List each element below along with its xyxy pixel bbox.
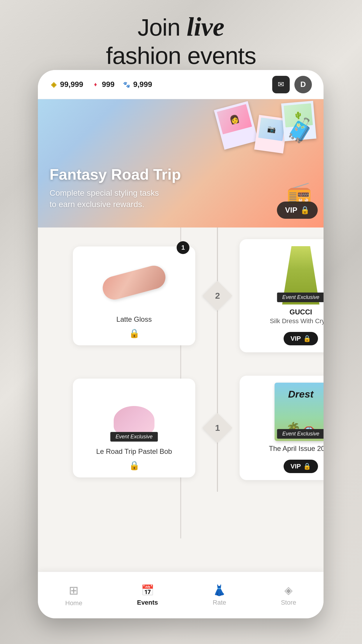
avatar-button[interactable]: D xyxy=(294,76,312,93)
gem-icon: ♦ xyxy=(92,80,100,89)
vip-label: VIP xyxy=(285,206,297,215)
lock-icon: 🔒 xyxy=(300,206,310,215)
bob-lock: 🔒 xyxy=(80,460,188,470)
magazine-lock-icon: 🔒 xyxy=(303,463,311,470)
coins-display: ◈ 99,999 xyxy=(50,80,83,89)
timeline-container: 1 Latte Gloss 🔒 2 xyxy=(38,228,324,538)
timeline-row-2: Event Exclusive Le Road Trip Pastel Bob … xyxy=(38,364,324,492)
wig-hair xyxy=(114,406,154,435)
gucci-exclusive-tag: Event Exclusive xyxy=(277,293,324,302)
vip-hero-badge[interactable]: VIP 🔒 xyxy=(277,202,318,219)
title-live: live xyxy=(187,12,224,41)
magazine-image-area: Drest 🌴🚗 Event Exclusive xyxy=(247,383,324,441)
hero-banner[interactable]: 👩 📷 🌵 🧳 📻 Fantasy Road Trip Complete spe… xyxy=(38,99,324,228)
pastel-bob-name: Le Road Trip Pastel Bob xyxy=(80,447,188,456)
events-icon: 📅 xyxy=(141,584,154,596)
timeline-right-2: 3 Drest 🌴🚗 Event Exclusive The April Iss… xyxy=(228,364,324,492)
gloss-image-area xyxy=(80,253,188,312)
step-diamond-1: 1 xyxy=(203,413,232,443)
magazine-vip-footer: VIP 🔒 xyxy=(247,456,324,473)
rate-icon: 👗 xyxy=(213,584,226,596)
gem-amount: 999 xyxy=(102,80,115,89)
ticket-amount: 9,999 xyxy=(133,80,152,89)
timeline-right-1: Event Exclusive GUCCI Silk Dress With Cr… xyxy=(228,228,324,364)
pastel-bob-card[interactable]: Event Exclusive Le Road Trip Pastel Bob … xyxy=(73,379,195,477)
mail-icon: ✉ xyxy=(278,80,284,89)
mail-button[interactable]: ✉ xyxy=(272,76,290,93)
coin-amount: 99,999 xyxy=(60,80,83,89)
gems-display: ♦ 999 xyxy=(92,80,115,89)
radio-icon: 📻 xyxy=(287,180,312,204)
tickets-display: 🐾 9,999 xyxy=(123,80,152,89)
nav-home[interactable]: ⊞ Home xyxy=(65,584,82,607)
hero-subtitle: Complete special styling tasksto earn ex… xyxy=(50,187,181,210)
header-right: ✉ D xyxy=(272,76,312,93)
polaroid-1: 👩 xyxy=(214,101,258,150)
magazine-vip-label: VIP xyxy=(291,463,301,470)
gloss-swatch xyxy=(100,263,168,302)
latte-gloss-card[interactable]: 1 Latte Gloss 🔒 xyxy=(73,246,195,345)
timeline-center-2: 1 xyxy=(207,364,228,492)
april-issue-name: The April Issue 2023 xyxy=(247,444,324,453)
timeline-left-1: 1 Latte Gloss 🔒 xyxy=(38,228,207,364)
bob-image-area: Event Exclusive xyxy=(80,386,188,444)
gucci-dress-card[interactable]: Event Exclusive GUCCI Silk Dress With Cr… xyxy=(240,239,324,352)
nav-rate[interactable]: 👗 Rate xyxy=(213,584,226,606)
store-icon: ◈ xyxy=(284,584,293,596)
gucci-lock-icon: 🔒 xyxy=(303,335,311,342)
nav-store-label: Store xyxy=(281,599,296,606)
hero-title: Fantasy Road Trip xyxy=(50,166,181,183)
timeline-left-2: Event Exclusive Le Road Trip Pastel Bob … xyxy=(38,364,207,492)
luggage-icon: 🧳 xyxy=(286,117,315,144)
step-number-2: 2 xyxy=(215,291,220,301)
bottom-nav: ⊞ Home 📅 Events 👗 Rate ◈ Store xyxy=(38,572,324,618)
nav-home-label: Home xyxy=(65,599,82,607)
magazine-exclusive-tag: Event Exclusive xyxy=(277,429,324,439)
gucci-dress-name: Silk Dress With Crys.. xyxy=(247,317,324,325)
timeline-center-1: 2 xyxy=(207,228,228,364)
ticket-icon: 🐾 xyxy=(123,80,131,89)
nav-events[interactable]: 📅 Events xyxy=(137,584,158,606)
magazine-vip-pill[interactable]: VIP 🔒 xyxy=(284,460,318,473)
gucci-vip-footer: VIP 🔒 xyxy=(247,328,324,345)
title-rest: fashion events xyxy=(0,42,362,69)
card-badge-1: 1 xyxy=(177,241,189,254)
page-title: Join live fashion events xyxy=(0,12,362,69)
nav-store[interactable]: ◈ Store xyxy=(281,584,296,606)
bob-exclusive-tag: Event Exclusive xyxy=(110,432,158,442)
status-bar: ◈ 99,999 ♦ 999 🐾 9,999 ✉ D xyxy=(38,70,324,99)
gucci-brand: GUCCI xyxy=(247,308,324,316)
gucci-vip-label: VIP xyxy=(291,335,301,342)
april-issue-card[interactable]: 3 Drest 🌴🚗 Event Exclusive The April Iss… xyxy=(240,376,324,480)
phone-container: ◈ 99,999 ♦ 999 🐾 9,999 ✉ D xyxy=(38,70,324,618)
step-number-1: 1 xyxy=(215,423,220,433)
title-join: Join xyxy=(138,14,187,41)
timeline-row-1: 1 Latte Gloss 🔒 2 xyxy=(38,228,324,364)
nav-events-label: Events xyxy=(137,599,158,606)
coin-icon: ◈ xyxy=(50,80,58,89)
gucci-vip-pill[interactable]: VIP 🔒 xyxy=(284,332,318,345)
currency-row: ◈ 99,999 ♦ 999 🐾 9,999 xyxy=(50,80,152,89)
step-diamond-2: 2 xyxy=(203,281,232,311)
dress-image-area: Event Exclusive xyxy=(247,246,324,304)
magazine-title-text: Drest xyxy=(275,388,324,400)
home-icon: ⊞ xyxy=(69,584,79,597)
gloss-lock: 🔒 xyxy=(80,328,188,338)
hero-content: Fantasy Road Trip Complete special styli… xyxy=(50,166,181,210)
latte-gloss-name: Latte Gloss xyxy=(80,315,188,323)
nav-rate-label: Rate xyxy=(213,599,226,606)
avatar-letter: D xyxy=(301,80,306,89)
